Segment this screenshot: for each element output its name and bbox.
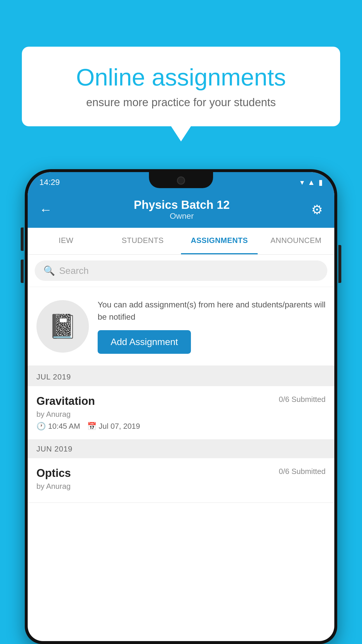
calendar-icon: 📅 [87,422,96,431]
assignment-time-gravitation: 🕐 10:45 AM [36,422,80,431]
signal-icon: ▲ [307,178,315,187]
tab-assignments[interactable]: ASSIGNMENTS [181,228,258,254]
header-center: Physics Batch 12 Owner [52,198,311,221]
phone-volume-up-button [21,228,24,251]
search-container: 🔍 Search [28,255,334,287]
phone-volume-down-button [21,260,24,283]
phone-screen: 14:29 ▾ ▲ ▮ ← Physics Batch 12 Owner ⚙ I… [28,172,334,641]
tab-bar: IEW STUDENTS ASSIGNMENTS ANNOUNCEM [28,228,334,255]
phone-frame: 14:29 ▾ ▲ ▮ ← Physics Batch 12 Owner ⚙ I… [25,169,337,644]
speech-bubble-title: Online assignments [42,64,320,90]
tab-iew[interactable]: IEW [28,228,104,254]
assignment-item-gravitation[interactable]: Gravitation 0/6 Submitted by Anurag 🕐 10… [28,386,334,440]
assignment-date-gravitation: 📅 Jul 07, 2019 [87,422,140,431]
clock-icon: 🕐 [36,422,46,431]
status-icons: ▾ ▲ ▮ [300,178,323,187]
empty-text-section: You can add assignment(s) from here and … [98,299,326,354]
app-header: ← Physics Batch 12 Owner ⚙ [28,192,334,228]
search-bar[interactable]: 🔍 Search [35,260,327,281]
notebook-icon: 📓 [48,313,77,340]
date-value-gravitation: Jul 07, 2019 [99,422,140,431]
settings-icon[interactable]: ⚙ [311,202,323,217]
header-title: Physics Batch 12 [52,198,311,211]
empty-description: You can add assignment(s) from here and … [98,299,326,323]
assignment-author-optics: by Anurag [36,482,326,491]
phone-power-button [338,245,341,283]
section-jul-2019: JUL 2019 [28,368,334,386]
assignment-row-top-optics: Optics 0/6 Submitted [36,467,326,480]
time-value-gravitation: 10:45 AM [48,422,80,431]
assignment-submitted-gravitation: 0/6 Submitted [279,395,326,404]
assignment-row-top: Gravitation 0/6 Submitted [36,395,326,407]
wifi-icon: ▾ [300,178,304,187]
phone-camera [177,176,185,185]
tab-students[interactable]: STUDENTS [104,228,181,254]
assignment-name-gravitation: Gravitation [36,395,95,407]
empty-state: 📓 You can add assignment(s) from here an… [28,287,334,368]
search-placeholder: Search [59,265,89,276]
section-label-jun: JUN 2019 [36,444,73,453]
assignment-submitted-optics: 0/6 Submitted [279,467,326,476]
speech-bubble-container: Online assignments ensure more practice … [22,47,340,126]
assignment-meta-gravitation: 🕐 10:45 AM 📅 Jul 07, 2019 [36,422,326,431]
assignment-author-gravitation: by Anurag [36,410,326,419]
back-button[interactable]: ← [39,202,52,217]
section-jun-2019: JUN 2019 [28,440,334,458]
status-time: 14:29 [39,178,60,187]
tab-announcements[interactable]: ANNOUNCEM [258,228,334,254]
speech-bubble: Online assignments ensure more practice … [22,47,340,126]
phone-notch [149,172,213,188]
speech-bubble-subtitle: ensure more practice for your students [42,96,320,109]
battery-icon: ▮ [319,178,323,187]
header-subtitle: Owner [52,211,311,221]
assignment-item-optics[interactable]: Optics 0/6 Submitted by Anurag [28,458,334,503]
assignment-name-optics: Optics [36,467,71,480]
assignment-icon-circle: 📓 [36,300,89,353]
add-assignment-button[interactable]: Add Assignment [98,330,191,354]
search-icon: 🔍 [43,265,55,276]
section-label-jul: JUL 2019 [36,372,71,381]
